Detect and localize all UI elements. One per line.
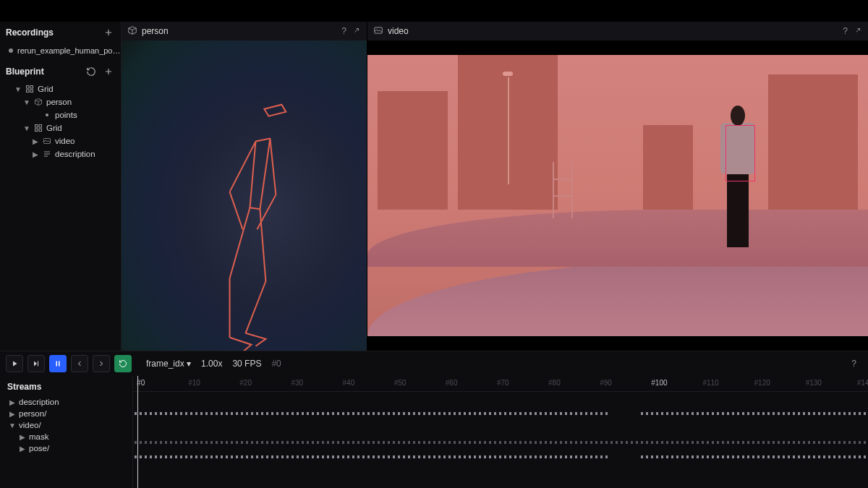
chevron-icon: ▶: [19, 445, 26, 453]
viewer-person: person ?: [122, 22, 367, 351]
chevron-icon: ▶: [9, 398, 16, 406]
help-icon[interactable]: ?: [341, 26, 346, 36]
add-blueprint-icon[interactable]: [102, 65, 115, 78]
recording-dot-icon: [9, 48, 13, 53]
box3d-icon: [33, 97, 43, 107]
blueprint-node-video[interactable]: ▶video: [0, 134, 121, 147]
play-button[interactable]: [6, 355, 23, 372]
svg-rect-0: [27, 86, 30, 89]
tick-label: #80: [548, 379, 561, 387]
add-recording-icon[interactable]: [102, 26, 115, 39]
blueprint-title: Blueprint: [6, 67, 44, 77]
blueprint-node-Grid[interactable]: ▼Grid: [0, 82, 121, 95]
help-icon[interactable]: ?: [843, 26, 848, 36]
svg-rect-2: [27, 90, 30, 93]
timeline-ruler[interactable]: #0#10#20#30#40#50#60#70#80#90#100#110#12…: [133, 376, 868, 392]
playhead[interactable]: [137, 376, 138, 488]
chevron-icon: ▶: [32, 137, 39, 145]
image-icon: [373, 25, 383, 38]
left-panel: Recordings rerun_example_human_po… Bluep…: [0, 22, 122, 351]
help-icon[interactable]: ?: [851, 359, 862, 369]
mask-overlay: [367, 55, 868, 336]
node-label: person: [46, 98, 72, 106]
tick-label: #40: [343, 379, 355, 387]
timeline-selector[interactable]: frame_idx ▾: [146, 359, 191, 369]
chevron-icon: ▶: [19, 433, 26, 441]
svg-rect-4: [35, 125, 38, 128]
pause-button[interactable]: [49, 355, 67, 372]
blueprint-node-person[interactable]: ▼person: [0, 95, 121, 108]
pose-bbox: [726, 125, 756, 181]
tick-label: #110: [702, 379, 718, 387]
track-person: [133, 410, 868, 417]
streams-tree: Streams ▶description▶person/▼video/▶mask…: [0, 376, 133, 488]
expand-icon[interactable]: [352, 26, 361, 37]
blueprint-node-description[interactable]: ▶description: [0, 147, 121, 160]
chevron-icon: ▶: [9, 410, 16, 418]
current-frame: #0: [271, 359, 281, 369]
svg-rect-5: [39, 125, 42, 128]
dot-icon: [42, 110, 52, 120]
loop-button[interactable]: [114, 355, 132, 372]
playback-fps[interactable]: 30 FPS: [232, 359, 261, 369]
viewer-video-header: video ?: [367, 22, 868, 40]
expand-icon[interactable]: [854, 26, 862, 37]
tick-label: #60: [446, 379, 458, 387]
streams-title: Streams: [7, 382, 41, 392]
stream-row-video[interactable]: ▼video/: [0, 419, 132, 431]
tick-label: #120: [754, 379, 770, 387]
playback-bar: frame_idx ▾ 1.00x 30 FPS #0 ?: [0, 351, 868, 376]
stream-row-description[interactable]: ▶description: [0, 396, 132, 408]
tick-label: #20: [239, 379, 252, 387]
step-back-button[interactable]: [71, 355, 88, 372]
reset-blueprint-icon[interactable]: [85, 65, 98, 78]
stream-label: person/: [19, 409, 46, 418]
blueprint-tree: ▼Grid▼personpoints▼Grid▶video▶descriptio…: [0, 82, 121, 160]
text-icon: [42, 149, 52, 159]
tick-label: #140: [857, 379, 868, 387]
viewer-video-title: video: [388, 26, 409, 36]
pose-skeleton: [122, 40, 367, 351]
viewer-video-body[interactable]: [367, 40, 868, 351]
tick-label: #130: [806, 379, 822, 387]
stream-row-person[interactable]: ▶person/: [0, 408, 132, 419]
recording-label: rerun_example_human_po…: [17, 46, 120, 55]
blueprint-node-points[interactable]: points: [0, 108, 121, 121]
step-forward-button[interactable]: [27, 355, 45, 372]
svg-rect-7: [39, 129, 42, 132]
tick-label: #90: [600, 379, 612, 387]
node-label: Grid: [46, 124, 62, 132]
stream-label: video/: [19, 421, 41, 429]
tick-label: #100: [651, 379, 667, 387]
viewer-video: video ?: [367, 22, 868, 351]
tick-label: #30: [291, 379, 303, 387]
node-label: video: [55, 137, 75, 145]
node-label: Grid: [38, 85, 54, 93]
timeline-tracks[interactable]: #0#10#20#30#40#50#60#70#80#90#100#110#12…: [133, 376, 868, 488]
blueprint-header: Blueprint: [0, 61, 121, 82]
recordings-title: Recordings: [6, 27, 54, 38]
stream-row-mask[interactable]: ▶mask: [0, 431, 132, 442]
node-label: description: [55, 150, 95, 158]
grid-icon: [25, 84, 35, 94]
chevron-icon: ▶: [32, 150, 39, 158]
viewer-person-body[interactable]: [122, 40, 367, 351]
playback-speed[interactable]: 1.00x: [201, 359, 222, 369]
svg-rect-6: [35, 129, 38, 132]
node-label: points: [55, 111, 77, 119]
image-icon: [42, 136, 52, 146]
stream-label: mask: [29, 432, 48, 441]
viewer-person-header: person ?: [122, 22, 367, 40]
recording-item[interactable]: rerun_example_human_po…: [0, 43, 121, 58]
track-pose: [133, 453, 868, 461]
step-next-button[interactable]: [93, 355, 110, 372]
stream-label: pose/: [29, 444, 49, 453]
stream-row-pose[interactable]: ▶pose/: [0, 442, 132, 454]
track-mask: [133, 439, 868, 446]
chevron-icon: ▼: [14, 85, 22, 93]
tick-label: #50: [394, 379, 407, 387]
tick-label: #10: [188, 379, 200, 387]
blueprint-node-Grid[interactable]: ▼Grid: [0, 121, 121, 134]
svg-rect-1: [30, 86, 33, 89]
recordings-header: Recordings: [0, 22, 121, 43]
